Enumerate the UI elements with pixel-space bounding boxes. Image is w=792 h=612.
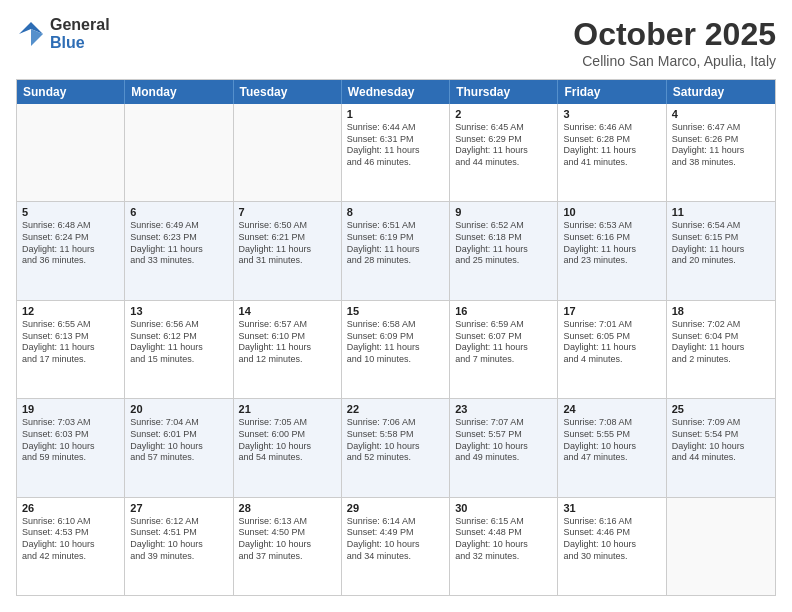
calendar-cell: 2Sunrise: 6:45 AM Sunset: 6:29 PM Daylig…	[450, 104, 558, 201]
cell-date: 15	[347, 305, 444, 317]
calendar-cell: 17Sunrise: 7:01 AM Sunset: 6:05 PM Dayli…	[558, 301, 666, 398]
calendar-cell: 8Sunrise: 6:51 AM Sunset: 6:19 PM Daylig…	[342, 202, 450, 299]
cell-info: Sunrise: 6:55 AM Sunset: 6:13 PM Dayligh…	[22, 319, 119, 366]
cell-info: Sunrise: 6:52 AM Sunset: 6:18 PM Dayligh…	[455, 220, 552, 267]
calendar-cell: 23Sunrise: 7:07 AM Sunset: 5:57 PM Dayli…	[450, 399, 558, 496]
cell-date: 14	[239, 305, 336, 317]
cell-info: Sunrise: 6:58 AM Sunset: 6:09 PM Dayligh…	[347, 319, 444, 366]
cell-date: 16	[455, 305, 552, 317]
calendar-cell: 10Sunrise: 6:53 AM Sunset: 6:16 PM Dayli…	[558, 202, 666, 299]
cell-date: 22	[347, 403, 444, 415]
cell-info: Sunrise: 7:02 AM Sunset: 6:04 PM Dayligh…	[672, 319, 770, 366]
cell-info: Sunrise: 7:07 AM Sunset: 5:57 PM Dayligh…	[455, 417, 552, 464]
day-header: Friday	[558, 80, 666, 104]
calendar: SundayMondayTuesdayWednesdayThursdayFrid…	[16, 79, 776, 596]
cell-info: Sunrise: 6:16 AM Sunset: 4:46 PM Dayligh…	[563, 516, 660, 563]
cell-date: 4	[672, 108, 770, 120]
logo-text: General Blue	[50, 16, 110, 51]
cell-info: Sunrise: 6:51 AM Sunset: 6:19 PM Dayligh…	[347, 220, 444, 267]
cell-info: Sunrise: 6:54 AM Sunset: 6:15 PM Dayligh…	[672, 220, 770, 267]
cell-date: 26	[22, 502, 119, 514]
calendar-row: 12Sunrise: 6:55 AM Sunset: 6:13 PM Dayli…	[17, 301, 775, 399]
day-header: Wednesday	[342, 80, 450, 104]
calendar-cell: 13Sunrise: 6:56 AM Sunset: 6:12 PM Dayli…	[125, 301, 233, 398]
title-section: October 2025 Cellino San Marco, Apulia, …	[573, 16, 776, 69]
day-header: Tuesday	[234, 80, 342, 104]
calendar-cell	[667, 498, 775, 595]
calendar-cell: 15Sunrise: 6:58 AM Sunset: 6:09 PM Dayli…	[342, 301, 450, 398]
calendar-cell: 27Sunrise: 6:12 AM Sunset: 4:51 PM Dayli…	[125, 498, 233, 595]
cell-date: 8	[347, 206, 444, 218]
day-headers: SundayMondayTuesdayWednesdayThursdayFrid…	[17, 80, 775, 104]
header: General Blue October 2025 Cellino San Ma…	[16, 16, 776, 69]
calendar-cell: 1Sunrise: 6:44 AM Sunset: 6:31 PM Daylig…	[342, 104, 450, 201]
calendar-cell: 5Sunrise: 6:48 AM Sunset: 6:24 PM Daylig…	[17, 202, 125, 299]
cell-date: 18	[672, 305, 770, 317]
calendar-cell: 21Sunrise: 7:05 AM Sunset: 6:00 PM Dayli…	[234, 399, 342, 496]
cell-date: 9	[455, 206, 552, 218]
calendar-row: 19Sunrise: 7:03 AM Sunset: 6:03 PM Dayli…	[17, 399, 775, 497]
cell-info: Sunrise: 6:56 AM Sunset: 6:12 PM Dayligh…	[130, 319, 227, 366]
cell-date: 7	[239, 206, 336, 218]
cell-info: Sunrise: 6:15 AM Sunset: 4:48 PM Dayligh…	[455, 516, 552, 563]
cell-info: Sunrise: 7:09 AM Sunset: 5:54 PM Dayligh…	[672, 417, 770, 464]
cell-date: 27	[130, 502, 227, 514]
calendar-cell: 29Sunrise: 6:14 AM Sunset: 4:49 PM Dayli…	[342, 498, 450, 595]
cell-info: Sunrise: 6:14 AM Sunset: 4:49 PM Dayligh…	[347, 516, 444, 563]
cell-date: 6	[130, 206, 227, 218]
calendar-cell: 25Sunrise: 7:09 AM Sunset: 5:54 PM Dayli…	[667, 399, 775, 496]
cell-info: Sunrise: 6:12 AM Sunset: 4:51 PM Dayligh…	[130, 516, 227, 563]
cell-date: 19	[22, 403, 119, 415]
cell-info: Sunrise: 6:10 AM Sunset: 4:53 PM Dayligh…	[22, 516, 119, 563]
cell-date: 3	[563, 108, 660, 120]
month-title: October 2025	[573, 16, 776, 53]
calendar-cell: 12Sunrise: 6:55 AM Sunset: 6:13 PM Dayli…	[17, 301, 125, 398]
cell-date: 31	[563, 502, 660, 514]
calendar-cell: 6Sunrise: 6:49 AM Sunset: 6:23 PM Daylig…	[125, 202, 233, 299]
calendar-cell: 9Sunrise: 6:52 AM Sunset: 6:18 PM Daylig…	[450, 202, 558, 299]
cell-info: Sunrise: 7:04 AM Sunset: 6:01 PM Dayligh…	[130, 417, 227, 464]
cell-info: Sunrise: 6:59 AM Sunset: 6:07 PM Dayligh…	[455, 319, 552, 366]
cell-info: Sunrise: 6:46 AM Sunset: 6:28 PM Dayligh…	[563, 122, 660, 169]
calendar-cell: 16Sunrise: 6:59 AM Sunset: 6:07 PM Dayli…	[450, 301, 558, 398]
cell-info: Sunrise: 6:48 AM Sunset: 6:24 PM Dayligh…	[22, 220, 119, 267]
cell-info: Sunrise: 7:05 AM Sunset: 6:00 PM Dayligh…	[239, 417, 336, 464]
cell-info: Sunrise: 6:49 AM Sunset: 6:23 PM Dayligh…	[130, 220, 227, 267]
day-header: Thursday	[450, 80, 558, 104]
calendar-cell: 22Sunrise: 7:06 AM Sunset: 5:58 PM Dayli…	[342, 399, 450, 496]
cell-info: Sunrise: 7:03 AM Sunset: 6:03 PM Dayligh…	[22, 417, 119, 464]
cell-date: 29	[347, 502, 444, 514]
calendar-cell: 3Sunrise: 6:46 AM Sunset: 6:28 PM Daylig…	[558, 104, 666, 201]
cell-info: Sunrise: 6:47 AM Sunset: 6:26 PM Dayligh…	[672, 122, 770, 169]
cell-date: 5	[22, 206, 119, 218]
cell-date: 10	[563, 206, 660, 218]
calendar-cell: 19Sunrise: 7:03 AM Sunset: 6:03 PM Dayli…	[17, 399, 125, 496]
cell-date: 21	[239, 403, 336, 415]
svg-marker-1	[31, 29, 43, 46]
calendar-cell: 7Sunrise: 6:50 AM Sunset: 6:21 PM Daylig…	[234, 202, 342, 299]
cell-date: 17	[563, 305, 660, 317]
cell-date: 25	[672, 403, 770, 415]
cell-date: 11	[672, 206, 770, 218]
subtitle: Cellino San Marco, Apulia, Italy	[573, 53, 776, 69]
day-header: Saturday	[667, 80, 775, 104]
calendar-cell: 26Sunrise: 6:10 AM Sunset: 4:53 PM Dayli…	[17, 498, 125, 595]
calendar-cell: 11Sunrise: 6:54 AM Sunset: 6:15 PM Dayli…	[667, 202, 775, 299]
calendar-cell: 18Sunrise: 7:02 AM Sunset: 6:04 PM Dayli…	[667, 301, 775, 398]
calendar-cell: 31Sunrise: 6:16 AM Sunset: 4:46 PM Dayli…	[558, 498, 666, 595]
logo-general: General	[50, 16, 110, 34]
cell-date: 23	[455, 403, 552, 415]
cell-info: Sunrise: 6:44 AM Sunset: 6:31 PM Dayligh…	[347, 122, 444, 169]
calendar-cell: 28Sunrise: 6:13 AM Sunset: 4:50 PM Dayli…	[234, 498, 342, 595]
calendar-cell	[125, 104, 233, 201]
cell-date: 30	[455, 502, 552, 514]
logo: General Blue	[16, 16, 110, 51]
calendar-row: 26Sunrise: 6:10 AM Sunset: 4:53 PM Dayli…	[17, 498, 775, 595]
calendar-cell: 14Sunrise: 6:57 AM Sunset: 6:10 PM Dayli…	[234, 301, 342, 398]
cell-info: Sunrise: 7:06 AM Sunset: 5:58 PM Dayligh…	[347, 417, 444, 464]
cell-info: Sunrise: 7:01 AM Sunset: 6:05 PM Dayligh…	[563, 319, 660, 366]
cell-date: 1	[347, 108, 444, 120]
cell-info: Sunrise: 6:57 AM Sunset: 6:10 PM Dayligh…	[239, 319, 336, 366]
cell-date: 12	[22, 305, 119, 317]
logo-blue: Blue	[50, 34, 110, 52]
